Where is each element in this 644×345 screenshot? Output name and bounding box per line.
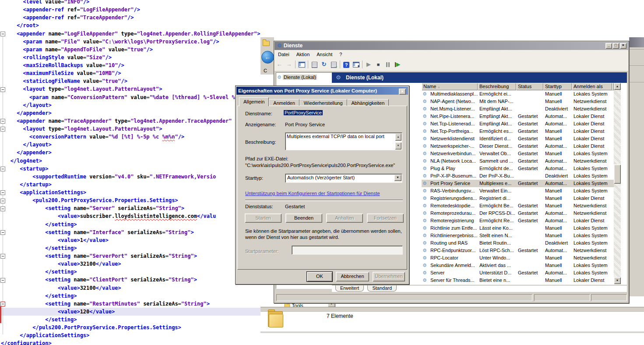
menu-item-aktion[interactable]: Aktion xyxy=(293,50,313,59)
menu-item-datei[interactable]: Datei xyxy=(274,50,293,59)
dialog-tab-allgemein[interactable]: Allgemein xyxy=(239,97,269,106)
fold-toggle-icon[interactable] xyxy=(0,199,5,203)
fold-toggle-icon[interactable] xyxy=(0,167,5,171)
cell-anmeldenals: Lokaler Dienst xyxy=(572,135,612,142)
service-row[interactable]: ⚙Server für Threads...Bietet eine n...Ma… xyxy=(422,277,614,284)
service-row[interactable]: ⚙NAP-Agent (Netwo...Mit dem NAP-...Manue… xyxy=(422,98,614,105)
close-button[interactable]: × xyxy=(620,43,626,49)
service-row[interactable]: ⚙Net.Tcp-Listenerad...Empfängt Akt...Ges… xyxy=(422,120,614,128)
menu-item-?[interactable]: ? xyxy=(336,50,345,59)
abbrechen-button[interactable]: Abbrechen xyxy=(336,272,369,281)
fold-toggle-icon[interactable] xyxy=(0,278,5,283)
service-row[interactable]: ⚙RAS-Verbindungsv...Verwaltet Ein...Manu… xyxy=(422,187,614,195)
view-tab-erweitert[interactable]: Erweitert xyxy=(335,285,364,292)
service-row[interactable]: ⚙Registrierungsdiens...Registriert di...… xyxy=(422,195,614,202)
menu-item-ansicht[interactable]: Ansicht xyxy=(313,50,336,59)
help-icon[interactable]: ? xyxy=(342,60,351,69)
scroll-up-icon[interactable]: ▲ xyxy=(614,83,621,90)
fold-toggle-icon[interactable] xyxy=(0,254,5,259)
anzeigename-value: Port Proxy Service xyxy=(285,122,325,127)
start-service-icon[interactable]: ▶ xyxy=(364,60,373,69)
maximize-button[interactable]: □ xyxy=(612,43,619,49)
startoptions-help-link[interactable]: Unterstützung beim Konfigurieren der Sta… xyxy=(245,191,380,196)
code-line: <setting name="Server" serializeAs="Stri… xyxy=(1,204,260,212)
cell-starttyp: Manuell xyxy=(543,135,572,142)
code-line: <appender-ref ref="LogFileAppender"/> xyxy=(1,6,260,14)
service-row[interactable]: ⚙RPC-Endpunktzuor...Löst RPC-Sch...Gesta… xyxy=(422,247,614,254)
service-row[interactable]: ⚙Routing und RASBietet Routin...Deaktivi… xyxy=(422,239,614,247)
stop-service-icon[interactable]: ■ xyxy=(374,60,383,69)
scroll-down-icon[interactable]: ▼ xyxy=(614,277,621,284)
fold-toggle-icon[interactable] xyxy=(0,230,5,235)
beenden-button[interactable]: Beenden xyxy=(285,213,322,223)
forward-icon[interactable]: → xyxy=(285,60,293,69)
column-header-starttyp[interactable]: Starttyp xyxy=(543,83,572,90)
fold-toggle-icon[interactable] xyxy=(0,302,5,306)
fold-toggle-icon[interactable] xyxy=(0,119,5,124)
service-row[interactable]: ⚙Richtlinie zum Entfe...Lässt eine Ko...… xyxy=(422,224,614,232)
column-header-status[interactable]: Status xyxy=(516,83,543,90)
fold-toggle-icon[interactable] xyxy=(0,87,5,92)
startparameter-input[interactable] xyxy=(292,245,403,255)
code-line: <layout type="log4net.Layout.PatternLayo… xyxy=(1,125,260,133)
cell-beschreibung: Mit dem NAP-... xyxy=(478,98,516,105)
service-row[interactable]: ⚙Richtlinienergebniss...Stellt einen N..… xyxy=(422,232,614,239)
pause-service-icon[interactable] xyxy=(384,60,392,69)
export-list-icon[interactable]: → xyxy=(329,60,338,69)
fold-toggle-icon[interactable] xyxy=(0,206,5,211)
cell-starttyp: Automat... xyxy=(543,120,572,128)
refresh-icon[interactable]: ↻ xyxy=(320,60,328,69)
dialog-tab-page xyxy=(237,106,407,270)
service-row[interactable]: ⚙Remotedesktopdie...Ermöglicht Be...Gest… xyxy=(422,202,614,210)
cell-anmeldenals: Lokales System xyxy=(572,232,612,239)
show-console-tree-icon[interactable] xyxy=(297,60,306,69)
service-row[interactable]: ⚙Port Proxy ServiceMultiplexes e...Gesta… xyxy=(422,180,614,187)
properties-icon[interactable] xyxy=(310,60,319,69)
dienstname-value[interactable]: PortProxyService xyxy=(284,110,323,115)
cell-name: Richtlinie zum Entfe... xyxy=(429,224,478,232)
view-tab-standard[interactable]: Standard xyxy=(367,285,397,292)
fold-toggle-icon[interactable] xyxy=(0,190,5,195)
extended-view-icon[interactable]: ▸ xyxy=(352,60,360,69)
scrollbar-thumb[interactable] xyxy=(614,164,621,184)
beschreibung-field[interactable]: Multiplexes external TCP/IP data on loca… xyxy=(285,132,402,150)
column-header-beschreibung[interactable]: Beschreibung xyxy=(478,83,516,90)
service-row[interactable]: ⚙NLA (Network Loca...Sammelt und ...Gest… xyxy=(422,157,614,165)
service-row[interactable]: ⚙RPC-LocatorUnter Windo...ManuellNetzwer… xyxy=(422,254,614,262)
ok-button[interactable]: OK xyxy=(307,272,332,281)
cell-name: RPC-Endpunktzuor... xyxy=(429,247,478,254)
starttyp-combobox[interactable]: Automatisch (Verzögerter Start) ▼ xyxy=(285,174,402,183)
service-row[interactable]: ⚙NetzwerklistendienstIdentifiziert d...G… xyxy=(422,135,614,142)
service-row[interactable]: ⚙Net.Tcp-Portfreiga...Ermöglicht es...Ge… xyxy=(422,128,614,135)
scroll-down-icon[interactable]: ▼ xyxy=(395,142,401,149)
service-row[interactable]: ⚙Plug & PlayErmöglicht de...GestartetAut… xyxy=(422,165,614,172)
service-row[interactable]: ⚙Netzwerkverbindun...Verwaltet Ob...Gest… xyxy=(422,150,614,157)
service-row[interactable]: ⚙Net.Pipe-Listenera...Empfängt Akt...Ges… xyxy=(422,113,614,120)
service-row[interactable]: ⚙Sekundäre Anmeld...Aktiviert das ...Man… xyxy=(422,262,614,269)
service-row[interactable]: ⚙Net.Msmq-Listener...Empfängt Akt...Deak… xyxy=(422,105,614,113)
back-icon[interactable]: ← xyxy=(261,51,274,64)
close-icon[interactable]: × xyxy=(399,89,406,95)
cell-name: Remoteprozedurau... xyxy=(429,210,478,217)
service-gear-icon: ⚙ xyxy=(422,172,429,180)
service-row[interactable]: ⚙Netzwerkspeicher-...Dieser Dienst...Ges… xyxy=(422,142,614,150)
back-icon[interactable]: ← xyxy=(275,60,284,69)
restart-service-icon[interactable]: ▶ xyxy=(393,60,402,69)
vertical-scrollbar[interactable]: ▲ ▼ xyxy=(614,83,621,284)
column-header-name[interactable]: Name ▲ xyxy=(422,83,478,90)
service-row[interactable]: ⚙Remoteprozedurau...Der RPCSS-Di...Gesta… xyxy=(422,210,614,217)
code-line: </log4net> xyxy=(1,157,260,165)
service-row[interactable]: ⚙RemoteregistrierungErmöglicht Re...Gest… xyxy=(422,217,614,224)
scroll-up-icon[interactable]: ▲ xyxy=(395,133,401,141)
service-row[interactable]: ⚙ServerUnterstützt D...GestartetAutomat.… xyxy=(422,269,614,277)
column-header-anmeldenals[interactable]: Anmelden als xyxy=(572,83,612,90)
fold-toggle-icon[interactable] xyxy=(0,127,5,132)
minimize-button[interactable]: _ xyxy=(605,43,612,49)
fold-toggle-icon[interactable] xyxy=(0,32,5,36)
service-row[interactable]: ⚙PnP-X-IP-Busenum...Der PnP-X-Bu...Deakt… xyxy=(422,172,614,180)
code-line: <param name="AppendToFile" value="true"/… xyxy=(1,46,260,53)
tree-item-dienste-lokal[interactable]: ⚙ Dienste (Lokal) xyxy=(276,73,332,82)
service-gear-icon: ⚙ xyxy=(422,224,429,232)
code-line: <startup> xyxy=(1,165,260,173)
service-row[interactable]: ⚙Multimediaklassenpl...Ermöglicht ei...M… xyxy=(422,90,614,98)
